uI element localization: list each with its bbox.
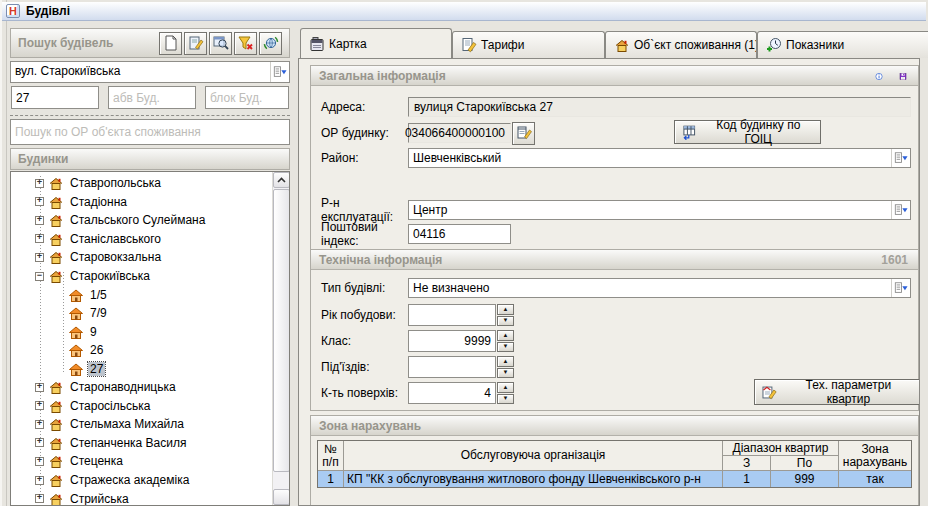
build-year-input[interactable] — [408, 304, 496, 326]
tab-label: Об`єкт споживання (1) — [634, 38, 757, 52]
collapse-toggle[interactable]: − — [35, 272, 44, 281]
expand-toggle[interactable]: + — [35, 197, 44, 206]
tree-item[interactable]: +Стражеска академіка — [11, 471, 272, 490]
floors-input[interactable] — [408, 382, 496, 404]
exploitation-dropdown-button[interactable] — [891, 201, 910, 219]
expand-toggle[interactable]: + — [35, 253, 44, 262]
info-button[interactable] — [868, 67, 890, 85]
entrances-spinner: ▲▼ — [408, 356, 514, 378]
tree-item[interactable]: +Степанченка Василя — [11, 434, 272, 453]
search-toolbar — [159, 32, 282, 55]
edit-or-button[interactable] — [512, 122, 535, 145]
spin-up-button[interactable]: ▲ — [497, 330, 514, 341]
tree-item[interactable]: +Стеценка — [11, 452, 272, 471]
tree-scrollbar[interactable] — [272, 172, 289, 505]
apartment-params-button[interactable]: Тех. параметри квартир — [754, 379, 920, 405]
tree-item[interactable]: +Старосільська — [11, 397, 272, 416]
expand-toggle[interactable]: + — [35, 234, 44, 243]
goic-code-button[interactable]: Код будинку по ГОІЦ — [674, 120, 821, 144]
street-house-icon — [48, 194, 64, 210]
tree-item[interactable]: 1/5 — [11, 285, 272, 304]
postal-input[interactable] — [408, 224, 511, 244]
tree-item[interactable]: +Старонаводницька — [11, 378, 272, 397]
spin-down-button[interactable]: ▼ — [497, 394, 514, 405]
or-search-input[interactable] — [10, 119, 290, 145]
zone-row-from[interactable]: 1 — [723, 471, 771, 487]
expand-toggle[interactable]: + — [35, 383, 44, 392]
tree-item-label: 26 — [88, 343, 105, 357]
zone-row-zone[interactable]: так — [839, 471, 911, 487]
spin-up-button[interactable]: ▲ — [497, 382, 514, 393]
scroll-down-button[interactable] — [273, 489, 290, 505]
tree-item[interactable]: +Старовокзальна — [11, 248, 272, 267]
zone-row-num[interactable]: 1 — [318, 471, 344, 487]
tree-item[interactable]: +Ставропольська — [11, 174, 272, 193]
tree-item[interactable]: +Стадіонна — [11, 193, 272, 212]
tree-item-label: 9 — [88, 325, 99, 339]
street-combo[interactable]: вул. Старокиївська — [10, 61, 290, 83]
building-type-dropdown-button[interactable] — [891, 279, 910, 297]
tree-item[interactable]: +Стальського Сулеймана — [11, 211, 272, 230]
expand-toggle[interactable]: + — [35, 401, 44, 410]
expand-toggle[interactable]: + — [35, 216, 44, 225]
spin-down-button[interactable]: ▼ — [497, 342, 514, 353]
tree-item[interactable]: +Стельмаха Михайла — [11, 415, 272, 434]
expand-toggle[interactable]: + — [35, 494, 44, 503]
tree-item[interactable]: 26 — [11, 341, 272, 360]
tab-label: Картка — [329, 37, 367, 51]
tree-item-label: Станіславського — [68, 232, 163, 246]
tree-item[interactable]: 27 — [11, 359, 272, 378]
class-input[interactable] — [408, 330, 496, 352]
refresh-globe-icon — [263, 35, 279, 51]
refresh-data-button[interactable] — [259, 32, 282, 55]
district-combo[interactable]: Шевченківський — [408, 148, 911, 168]
house-block-input[interactable] — [205, 86, 289, 109]
dropdown-list-icon — [273, 65, 287, 79]
tab-obyekt-spozhyvannya[interactable]: Об`єкт споживання (1) — [605, 31, 757, 58]
spin-up-button[interactable]: ▲ — [497, 356, 514, 367]
tree-item[interactable]: +Станіславського — [11, 230, 272, 249]
street-dropdown-button[interactable] — [270, 62, 289, 82]
floors-label: К-ть поверхів: — [321, 386, 408, 400]
tab-pokaznyky[interactable]: Показники — [757, 31, 928, 58]
house-letter-input[interactable] — [108, 86, 196, 109]
preview-search-button[interactable] — [209, 32, 232, 55]
postal-row: Поштовий індекс: — [321, 224, 911, 244]
expand-toggle[interactable]: + — [35, 420, 44, 429]
clear-filter-button[interactable] — [234, 32, 257, 55]
scrollbar-thumb[interactable] — [273, 189, 290, 472]
spin-up-button[interactable]: ▲ — [497, 304, 514, 315]
detail-panel: Картка Тарифи Об`єкт споживання (1) Пока… — [298, 27, 928, 506]
zone-row-to[interactable]: 999 — [771, 471, 839, 487]
save-button[interactable] — [892, 67, 914, 85]
building-type-combo[interactable]: Не визначено — [408, 278, 911, 298]
tab-taryfy[interactable]: Тарифи — [452, 31, 605, 58]
entrances-input[interactable] — [408, 356, 496, 378]
scroll-up-button[interactable] — [273, 172, 290, 188]
spin-down-button[interactable]: ▼ — [497, 316, 514, 327]
technical-info-header: Технічна інформація 1601 — [311, 250, 918, 270]
search-panel: Пошук будівель вул. Стар — [10, 27, 290, 506]
expand-toggle[interactable]: + — [35, 438, 44, 447]
street-house-icon — [48, 435, 64, 451]
house-number-input[interactable] — [11, 86, 99, 109]
goic-code-button-label: Код будинку по ГОІЦ — [703, 118, 814, 146]
exploitation-combo[interactable]: Центр — [408, 200, 911, 220]
search-header-label: Пошук будівель — [18, 36, 113, 50]
tree-item-label: 7/9 — [88, 306, 109, 320]
edit-record-button[interactable] — [184, 32, 207, 55]
spin-down-button[interactable]: ▼ — [497, 368, 514, 379]
expand-toggle[interactable]: + — [35, 179, 44, 188]
tree-item-label: Старокиївська — [68, 269, 152, 283]
expand-toggle[interactable]: + — [35, 476, 44, 485]
district-dropdown-button[interactable] — [891, 149, 910, 167]
expand-toggle[interactable]: + — [35, 457, 44, 466]
tab-kartka[interactable]: Картка — [300, 28, 452, 58]
tree-item[interactable]: +Стрийська — [11, 489, 272, 506]
exploitation-row: Р-н експлуатації: Центр — [321, 200, 911, 220]
zone-row-organization[interactable]: КП "КК з обслуговування житлового фонду … — [344, 471, 723, 487]
tree-item[interactable]: 7/9 — [11, 304, 272, 323]
tree-item[interactable]: −Старокиївська — [11, 267, 272, 286]
tree-item[interactable]: 9 — [11, 322, 272, 341]
new-document-button[interactable] — [159, 32, 182, 55]
